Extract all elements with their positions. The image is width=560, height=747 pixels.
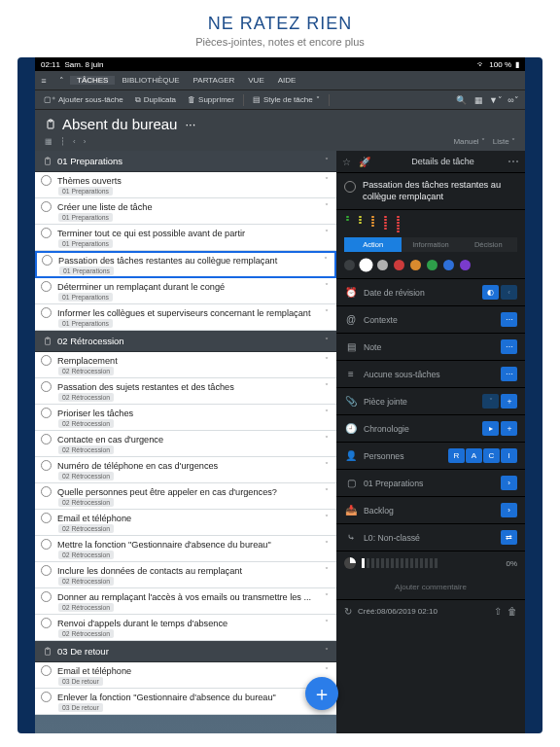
- hamburger-icon[interactable]: ≡: [35, 76, 52, 86]
- task-checkbox[interactable]: [41, 201, 52, 212]
- task-item[interactable]: Email et téléphone˅03 De retour: [35, 662, 336, 689]
- task-item[interactable]: Enlever la fonction "Gestionnaire d'abse…: [35, 689, 336, 715]
- nav-next-icon[interactable]: ›: [84, 137, 87, 146]
- view-mode-button[interactable]: Liste ˅: [493, 137, 515, 146]
- chronology-play-button[interactable]: ▸: [482, 421, 499, 436]
- type-tab-1[interactable]: Information: [402, 237, 459, 252]
- type-tab-0[interactable]: Action: [344, 237, 402, 252]
- people-row[interactable]: 👤 Personnes RACI: [336, 443, 525, 470]
- menu-vue[interactable]: VUE: [241, 76, 270, 85]
- backlog-row[interactable]: 📥 Backlog ›: [336, 497, 525, 524]
- task-checkbox[interactable]: [42, 255, 52, 266]
- task-list-panel[interactable]: 01 Preparations˅Thèmes ouverts˅01 Prepar…: [35, 151, 336, 733]
- task-checkbox[interactable]: [41, 618, 52, 628]
- menu-caret-icon[interactable]: ˄: [52, 76, 70, 86]
- color-swatch[interactable]: [377, 260, 388, 270]
- project-row[interactable]: ▢ 01 Preparations ›: [336, 470, 525, 497]
- menu-partager[interactable]: PARTAGER: [187, 76, 242, 85]
- chevron-down-icon[interactable]: ˅: [323, 592, 331, 601]
- share-icon[interactable]: ⇧: [494, 606, 502, 617]
- group-header[interactable]: 03 De retour˅: [35, 641, 336, 662]
- priority-leds[interactable]: [344, 216, 517, 232]
- details-more-icon[interactable]: ⋯: [508, 155, 519, 168]
- attachment-expand-button[interactable]: ˅: [482, 394, 499, 409]
- task-item[interactable]: Quelle personnes peut être appeler en ca…: [35, 483, 336, 510]
- color-swatch[interactable]: [460, 260, 471, 270]
- task-checkbox[interactable]: [41, 434, 52, 445]
- revision-clear-button[interactable]: ‹: [501, 285, 517, 300]
- menu-tâches[interactable]: TÂCHES: [70, 76, 115, 85]
- level-row[interactable]: ⤷ L0: Non-classé ⇄: [336, 524, 525, 551]
- task-checkbox[interactable]: [41, 228, 52, 238]
- chevron-down-icon[interactable]: ˅: [323, 540, 331, 549]
- raci-I[interactable]: I: [501, 448, 517, 463]
- priority-level[interactable]: [371, 216, 374, 232]
- nav-prev-icon[interactable]: ‹: [73, 137, 76, 146]
- sort-mode-button[interactable]: Manuel ˅: [453, 137, 484, 146]
- chevron-down-icon[interactable]: ˅: [323, 308, 331, 317]
- chevron-down-icon[interactable]: ˅: [323, 356, 331, 365]
- task-item[interactable]: Donner au remplaçant l'accès à vos email…: [35, 588, 336, 615]
- history-icon[interactable]: ↻: [344, 606, 352, 617]
- star-icon[interactable]: ☆: [342, 157, 351, 167]
- context-add-button[interactable]: ⋯: [501, 312, 517, 327]
- task-checkbox[interactable]: [41, 307, 52, 318]
- attachment-row[interactable]: 📎 Pièce jointe ˅＋: [336, 388, 525, 415]
- note-row[interactable]: ▤ Note ⋯: [336, 334, 525, 361]
- chevron-down-icon[interactable]: ˅: [323, 382, 331, 391]
- priority-level[interactable]: [384, 216, 387, 232]
- task-item[interactable]: Thèmes ouverts˅01 Preparations: [35, 172, 336, 198]
- chevron-down-icon[interactable]: ˅: [323, 514, 331, 522]
- add-task-fab[interactable]: ＋: [305, 677, 338, 710]
- revision-date-row[interactable]: ⏰ Date de révision ◐‹: [336, 279, 525, 306]
- color-swatch[interactable]: [443, 260, 454, 270]
- task-item[interactable]: Passation des sujets restantes et des tâ…: [35, 378, 336, 405]
- chevron-down-icon[interactable]: ˅: [323, 619, 331, 627]
- revision-set-button[interactable]: ◐: [482, 285, 499, 300]
- chevron-down-icon[interactable]: ˅: [323, 487, 331, 496]
- chronology-row[interactable]: 🕘 Chronologie ▸＋: [336, 415, 525, 443]
- task-checkbox[interactable]: [41, 591, 52, 602]
- chevron-down-icon[interactable]: ˅: [323, 409, 331, 417]
- chevron-down-icon[interactable]: ˅: [322, 256, 330, 265]
- task-item[interactable]: Inclure les données de contacts au rempl…: [35, 562, 336, 588]
- group-header[interactable]: 02 Rétrocession˅: [35, 331, 336, 352]
- chevron-down-icon[interactable]: ˅: [323, 666, 331, 675]
- task-item[interactable]: Passation des tâches restantes au collèg…: [35, 251, 336, 278]
- menu-bibliothèque[interactable]: BIBLIOTHÈQUE: [115, 76, 186, 85]
- subtasks-row[interactable]: ≡ Aucune sous-tâches ⋯: [336, 361, 525, 388]
- task-item[interactable]: Numéro de téléphone en cas d'urgences˅02…: [35, 457, 336, 483]
- task-checkbox[interactable]: [41, 381, 52, 392]
- progress-row[interactable]: 0%: [336, 551, 525, 575]
- task-style-button[interactable]: ▤Style de tâche ˅: [248, 95, 325, 104]
- task-checkbox[interactable]: [41, 665, 52, 676]
- task-item[interactable]: Mettre la fonction "Gestionnaire d'absen…: [35, 536, 336, 562]
- chevron-down-icon[interactable]: ˅: [323, 176, 331, 185]
- delete-button[interactable]: 🗑Supprimer: [183, 95, 239, 104]
- subtask-add-button[interactable]: ⋯: [501, 367, 517, 381]
- task-checkbox[interactable]: [344, 181, 356, 193]
- task-item[interactable]: Créer une liste de tâche˅01 Preparations: [35, 198, 336, 225]
- project-go-button[interactable]: ›: [501, 476, 517, 490]
- progress-bars[interactable]: [362, 558, 500, 568]
- task-checkbox[interactable]: [41, 486, 52, 497]
- layout-toggle-icon[interactable]: ▦: [45, 137, 52, 146]
- task-checkbox[interactable]: [41, 513, 52, 523]
- task-item[interactable]: Déterminer un remplaçant durant le congé…: [35, 278, 336, 304]
- priority-level[interactable]: [346, 216, 349, 232]
- task-item[interactable]: Renvoi d'appels durant le temps d'absenc…: [35, 615, 336, 641]
- task-checkbox[interactable]: [41, 408, 52, 418]
- filter-button[interactable]: ▼˅: [488, 92, 504, 108]
- attachment-add-button[interactable]: ＋: [501, 394, 517, 409]
- add-subtask-button[interactable]: ▢⁺Ajouter sous-tâche: [39, 95, 128, 104]
- note-add-button[interactable]: ⋯: [501, 339, 517, 354]
- task-checkbox[interactable]: [41, 460, 52, 471]
- delete-icon[interactable]: 🗑: [508, 606, 517, 617]
- task-checkbox[interactable]: [41, 539, 52, 550]
- task-checkbox[interactable]: [41, 281, 52, 292]
- task-item[interactable]: Prioriser les tâches˅02 Rétrocession: [35, 405, 336, 431]
- task-item[interactable]: Remplacement˅02 Rétrocession: [35, 352, 336, 378]
- share-button[interactable]: ∞˅: [506, 92, 521, 108]
- chevron-down-icon[interactable]: ˅: [323, 566, 331, 575]
- color-swatch[interactable]: [344, 260, 355, 270]
